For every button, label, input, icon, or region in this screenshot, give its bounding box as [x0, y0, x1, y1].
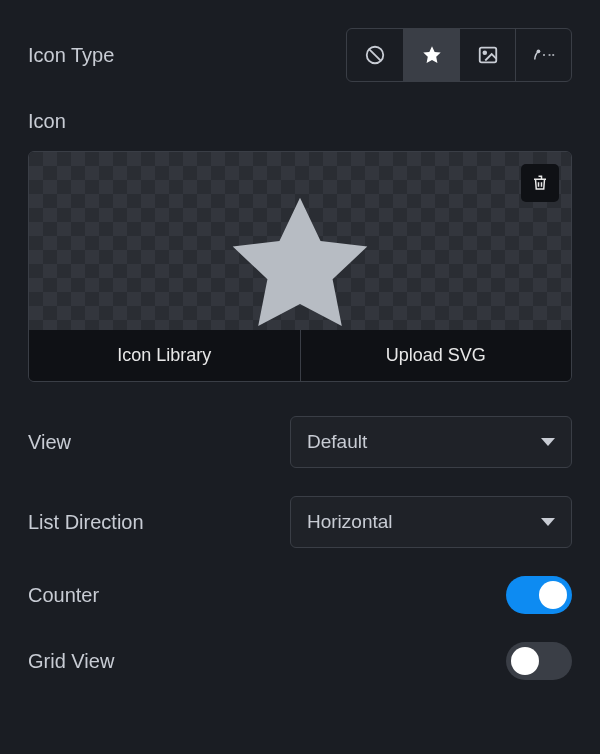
- icon-preview[interactable]: [29, 152, 571, 330]
- icon-type-none-button[interactable]: [347, 29, 403, 81]
- icon-library-button[interactable]: Icon Library: [29, 330, 300, 381]
- toggle-knob: [511, 647, 539, 675]
- toggle-knob: [539, 581, 567, 609]
- icon-actions: Icon Library Upload SVG: [29, 330, 571, 381]
- icon-preview-container: Icon Library Upload SVG: [28, 151, 572, 382]
- delete-icon-button[interactable]: [521, 164, 559, 202]
- icon-type-group: [346, 28, 572, 82]
- view-select[interactable]: Default: [290, 416, 572, 468]
- list-direction-label: List Direction: [28, 511, 144, 534]
- icon-type-label: Icon Type: [28, 44, 114, 67]
- grid-view-label: Grid View: [28, 650, 114, 673]
- counter-row: Counter: [28, 576, 572, 614]
- icon-type-icon-button[interactable]: [403, 29, 459, 81]
- chevron-down-icon: [541, 438, 555, 446]
- svg-point-4: [536, 49, 540, 53]
- lottie-icon: [532, 44, 556, 66]
- list-direction-select[interactable]: Horizontal: [290, 496, 572, 548]
- svg-line-1: [369, 49, 381, 61]
- counter-toggle[interactable]: [506, 576, 572, 614]
- view-label: View: [28, 431, 71, 454]
- grid-view-row: Grid View: [28, 642, 572, 680]
- trash-icon: [531, 174, 549, 192]
- icon-type-lottie-button[interactable]: [515, 29, 571, 81]
- upload-svg-button[interactable]: Upload SVG: [300, 330, 572, 381]
- view-select-value: Default: [307, 431, 367, 453]
- view-row: View Default: [28, 416, 572, 468]
- star-preview-icon: [215, 180, 385, 330]
- star-icon: [421, 44, 443, 66]
- none-icon: [364, 44, 386, 66]
- icon-label: Icon: [28, 110, 572, 133]
- grid-view-toggle[interactable]: [506, 642, 572, 680]
- list-direction-select-value: Horizontal: [307, 511, 393, 533]
- counter-label: Counter: [28, 584, 99, 607]
- image-icon: [477, 44, 499, 66]
- icon-type-row: Icon Type: [28, 28, 572, 82]
- svg-point-3: [483, 51, 486, 54]
- list-direction-row: List Direction Horizontal: [28, 496, 572, 548]
- icon-type-image-button[interactable]: [459, 29, 515, 81]
- chevron-down-icon: [541, 518, 555, 526]
